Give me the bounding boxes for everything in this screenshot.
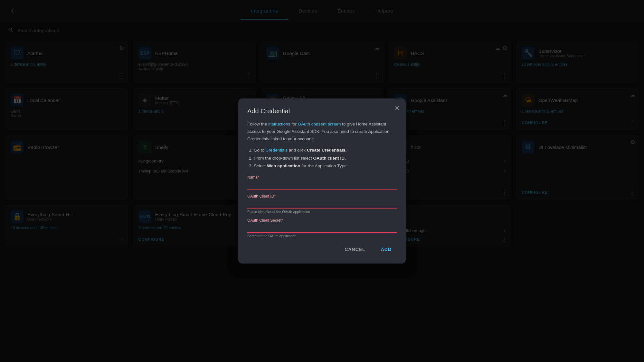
instructions-link[interactable]: instructions (268, 122, 290, 126)
add-credential-modal: Add Credential ✕ Follow the instructions… (238, 98, 406, 264)
oauth-client-id-label: OAuth Client ID* (247, 194, 397, 199)
oauth-client-secret-input[interactable] (247, 223, 397, 233)
oauth-consent-link[interactable]: OAuth consent screen (298, 122, 341, 126)
cancel-button[interactable]: CANCEL (339, 244, 370, 255)
oauth-client-id-field: OAuth Client ID* Public identifier of th… (247, 194, 397, 214)
oauth-client-secret-label: OAuth Client Secret* (247, 218, 397, 223)
oauth-client-id-input[interactable] (247, 199, 397, 209)
modal-actions: CANCEL ADD (247, 244, 397, 255)
modal-body: Follow the instructions for OAuth consen… (247, 121, 397, 238)
modal-overlay[interactable]: Add Credential ✕ Follow the instructions… (0, 0, 644, 362)
oauth-client-secret-field: OAuth Client Secret* Secret of the OAuth… (247, 218, 397, 238)
name-input[interactable] (247, 180, 397, 190)
name-field: Name* (247, 175, 397, 190)
credentials-link[interactable]: Credentials (266, 148, 288, 153)
modal-description: Follow the instructions for OAuth consen… (247, 121, 397, 143)
oauth-client-secret-helper: Secret of the OAuth application (247, 234, 397, 238)
modal-steps: Go to Credentials and click Create Crede… (254, 146, 397, 170)
add-button[interactable]: ADD (376, 244, 397, 255)
modal-close-button[interactable]: ✕ (394, 104, 400, 112)
name-label: Name* (247, 175, 397, 180)
step-1: Go to Credentials and click Create Crede… (254, 146, 397, 154)
step-3: Select Web application for the Applicati… (254, 162, 397, 170)
oauth-client-id-helper: Public identifier of the OAuth applicati… (247, 210, 397, 214)
step-2: From the drop-down list select OAuth cli… (254, 154, 397, 162)
modal-title: Add Credential (247, 107, 397, 115)
